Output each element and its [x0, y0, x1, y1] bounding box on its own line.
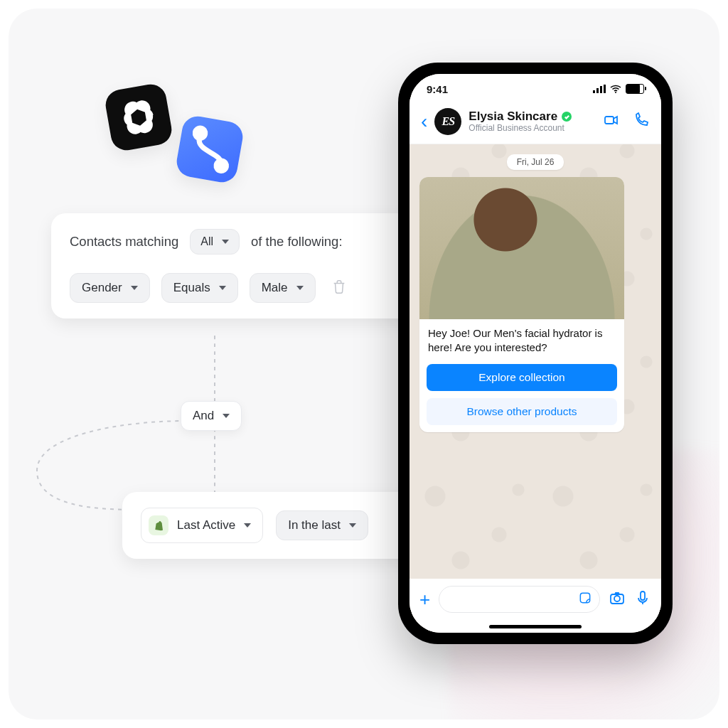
svg-rect-2: [593, 90, 595, 93]
marketing-panel: Contacts matching All of the following: …: [9, 9, 719, 719]
flow-app-icon: [174, 114, 245, 185]
filter-condition-card: Contacts matching All of the following: …: [51, 213, 429, 318]
chevron-down-icon: [219, 286, 226, 290]
chevron-down-icon: [222, 240, 229, 244]
date-separator: Fri, Jul 26: [507, 154, 564, 170]
wifi-icon: [610, 85, 621, 93]
mic-button[interactable]: [634, 589, 651, 609]
filter-prefix-label: Contacts matching: [70, 234, 178, 250]
contact-name[interactable]: Elysia Skincare: [469, 109, 557, 124]
svg-point-6: [615, 92, 616, 93]
status-bar: 9:41: [410, 74, 661, 104]
contact-avatar[interactable]: ES: [434, 108, 461, 135]
openai-icon: [103, 82, 174, 153]
chat-header: ‹ ES Elysia Skincare Official Business A…: [410, 104, 661, 144]
filter-field-dropdown[interactable]: Last Active: [141, 508, 263, 543]
filter-suffix-label: of the following:: [251, 234, 343, 250]
cta-primary-button[interactable]: Explore collection: [427, 364, 617, 391]
voice-call-button[interactable]: [633, 112, 650, 132]
battery-icon: [626, 84, 644, 94]
filter-field-dropdown[interactable]: Gender: [70, 273, 150, 303]
message-bubble: Hey Joe! Our Men's facial hydrator is he…: [419, 177, 624, 432]
svg-point-10: [614, 596, 620, 601]
filter-operator-dropdown[interactable]: Equals: [161, 273, 238, 303]
svg-rect-8: [580, 593, 589, 602]
delete-filter-button[interactable]: [331, 279, 347, 297]
cellular-signal-icon: [593, 83, 606, 95]
filter-scope-dropdown[interactable]: All: [190, 229, 240, 255]
phone-mockup: 9:41 ‹ ES Elysia Skincare: [398, 63, 673, 644]
svg-rect-7: [605, 117, 614, 124]
chevron-down-icon: [223, 414, 230, 418]
verified-badge-icon: [562, 112, 572, 122]
sticker-icon[interactable]: [578, 591, 592, 608]
status-time: 9:41: [427, 83, 448, 95]
svg-rect-3: [596, 88, 599, 93]
message-image[interactable]: [419, 177, 624, 319]
back-button[interactable]: ‹: [421, 112, 427, 132]
message-text: Hey Joe! Our Men's facial hydrator is he…: [419, 319, 624, 364]
chevron-down-icon: [131, 286, 138, 290]
chevron-down-icon: [244, 523, 251, 528]
svg-rect-5: [604, 85, 606, 93]
chevron-down-icon: [349, 523, 356, 528]
message-input[interactable]: [439, 586, 600, 613]
logic-operator-dropdown[interactable]: And: [181, 401, 242, 431]
cta-secondary-button[interactable]: Browse other products: [427, 398, 617, 425]
contact-subtitle: Official Business Account: [469, 124, 596, 134]
home-indicator: [489, 625, 582, 628]
chevron-down-icon: [296, 286, 304, 290]
filter-operator-dropdown[interactable]: In the last: [276, 510, 368, 540]
svg-rect-11: [641, 592, 645, 600]
svg-rect-4: [600, 86, 602, 93]
shopify-icon: [149, 515, 168, 535]
attach-button[interactable]: +: [419, 589, 430, 611]
camera-button[interactable]: [609, 589, 626, 609]
video-call-button[interactable]: [603, 112, 620, 132]
filter-value-dropdown[interactable]: Male: [250, 273, 316, 303]
